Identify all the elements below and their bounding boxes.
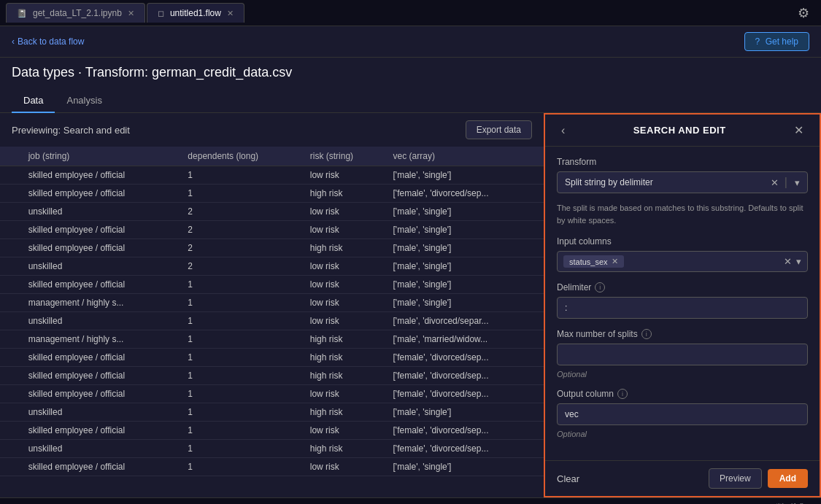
gear-icon[interactable]: ⚙ <box>798 5 809 21</box>
table-cell: skilled employee / official <box>21 385 181 403</box>
table-cell: high risk <box>303 185 386 203</box>
max-splits-text: Max number of splits <box>557 329 638 339</box>
tab-flow[interactable]: ◻ untitled1.flow ✕ <box>147 3 244 23</box>
col-header-vec: vec (array) <box>386 147 544 166</box>
table-cell: 1 <box>180 185 302 203</box>
table-cell: low risk <box>303 221 386 239</box>
table-row: skilled employee / official2low risk['ma… <box>0 221 544 239</box>
footer-actions: Preview Add <box>709 468 808 489</box>
input-tag-remove-icon[interactable]: ✕ <box>612 257 618 266</box>
preview-button[interactable]: Preview <box>709 468 762 489</box>
transform-dropdown-icon[interactable]: ▾ <box>787 177 807 188</box>
tab-data[interactable]: Data <box>12 89 55 113</box>
table-row: unskilled2low risk['male', 'single'] <box>0 203 544 221</box>
get-help-button[interactable]: ? Get help <box>744 32 809 51</box>
tab-data-label: Data <box>23 95 43 106</box>
table-cell <box>0 422 21 440</box>
table-row: skilled employee / official2high risk['m… <box>0 239 544 257</box>
preview-text: Previewing: Search and edit <box>12 125 130 136</box>
col-header-risk: risk (string) <box>303 147 386 166</box>
search-edit-panel: ‹ SEARCH AND EDIT ✕ Transform Split stri… <box>544 113 821 497</box>
add-label: Add <box>779 473 796 484</box>
table-row: skilled employee / official1low risk['ma… <box>0 276 544 294</box>
table-cell: 2 <box>180 221 302 239</box>
input-columns-clear-icon[interactable]: ✕ <box>784 256 792 267</box>
tab-analysis-label: Analysis <box>66 95 101 106</box>
table-row: skilled employee / official1high risk['f… <box>0 367 544 385</box>
table-cell <box>0 185 21 203</box>
table-row: skilled employee / official1low risk['ma… <box>0 166 544 185</box>
table-cell: 2 <box>180 239 302 257</box>
delimiter-info-icon[interactable]: i <box>595 282 605 292</box>
optional-label-2: Optional <box>557 430 808 438</box>
content-tabs: Data Analysis <box>0 89 821 113</box>
output-column-input[interactable] <box>557 403 808 425</box>
tab-notebook-close[interactable]: ✕ <box>128 9 134 18</box>
table-cell <box>0 239 21 257</box>
table-cell: 1 <box>180 166 302 185</box>
table-cell: ['male', 'divorced/separ... <box>386 312 544 330</box>
output-column-info-icon[interactable]: i <box>617 389 628 399</box>
col-header-job: job (string) <box>21 147 181 166</box>
table-cell: skilled employee / official <box>21 276 181 294</box>
table-cell: ['male', 'married/widow... <box>386 330 544 349</box>
table-cell: ['male', 'single'] <box>386 276 544 294</box>
table-cell: skilled employee / official <box>21 367 181 385</box>
optional-label-1: Optional <box>557 370 808 379</box>
tab-analysis[interactable]: Analysis <box>55 89 113 113</box>
panel-back-button[interactable]: ‹ <box>557 123 569 139</box>
get-help-icon: ? <box>755 36 760 47</box>
table-cell: management / highly s... <box>21 330 181 349</box>
export-data-button[interactable]: Export data <box>466 120 532 139</box>
flow-icon: ◻ <box>158 9 164 18</box>
table-cell <box>0 257 21 276</box>
table-cell: 1 <box>180 403 302 422</box>
back-label: Back to data flow <box>18 36 84 47</box>
table-cell: low risk <box>303 422 386 440</box>
tab-flow-close[interactable]: ✕ <box>227 9 234 18</box>
table-cell <box>0 203 21 221</box>
table-cell <box>0 385 21 403</box>
input-columns-field[interactable]: status_sex ✕ ✕ ▾ <box>557 251 808 272</box>
table-cell <box>0 294 21 312</box>
delimiter-input[interactable] <box>557 297 808 319</box>
panel-body: Transform Split string by delimiter ✕ | … <box>545 147 820 460</box>
data-table-wrap[interactable]: job (string) dependents (long) risk (str… <box>0 147 544 497</box>
table-cell: ['female', 'divorced/sep... <box>386 422 544 440</box>
table-row: unskilled2low risk['male', 'single'] <box>0 257 544 276</box>
table-cell: ['female', 'divorced/sep... <box>386 349 544 367</box>
add-button[interactable]: Add <box>768 469 808 488</box>
clear-button[interactable]: Clear <box>557 473 579 484</box>
back-link[interactable]: ‹ Back to data flow <box>12 36 84 47</box>
table-cell <box>0 330 21 349</box>
panel-close-button[interactable]: ✕ <box>790 122 808 139</box>
input-tag: status_sex ✕ <box>563 255 624 268</box>
notebook-icon: 📓 <box>17 9 27 18</box>
table-row: skilled employee / official1low risk['fe… <box>0 385 544 403</box>
transform-clear-icon[interactable]: ✕ <box>765 177 785 188</box>
table-cell: management / highly s... <box>21 294 181 312</box>
table-cell: skilled employee / official <box>21 185 181 203</box>
table-cell: ['male', 'single'] <box>386 203 544 221</box>
table-cell: 1 <box>180 330 302 349</box>
sub-header: ‹ Back to data flow ? Get help <box>0 26 821 58</box>
table-cell: 1 <box>180 458 302 476</box>
export-label: Export data <box>477 125 521 135</box>
table-cell: ['female', 'divorced/sep... <box>386 367 544 385</box>
table-cell: low risk <box>303 312 386 330</box>
table-row: management / highly s...1high risk['male… <box>0 330 544 349</box>
table-cell <box>0 403 21 422</box>
transform-select[interactable]: Split string by delimiter ✕ | ▾ <box>557 171 808 193</box>
max-splits-info-icon[interactable]: i <box>641 329 652 339</box>
table-cell: 1 <box>180 440 302 458</box>
table-row: skilled employee / official1low risk['fe… <box>0 422 544 440</box>
table-cell: unskilled <box>21 257 181 276</box>
input-columns-dropdown-icon[interactable]: ▾ <box>796 256 801 267</box>
max-splits-input[interactable] <box>557 344 808 365</box>
tab-notebook[interactable]: 📓 get_data_LT_2.1.ipynb ✕ <box>6 3 145 23</box>
transform-description: The split is made based on matches to th… <box>557 202 808 226</box>
input-tag-value: status_sex <box>569 257 608 266</box>
table-cell: ['male', 'single'] <box>386 458 544 476</box>
table-cell: low risk <box>303 294 386 312</box>
table-cell: low risk <box>303 385 386 403</box>
